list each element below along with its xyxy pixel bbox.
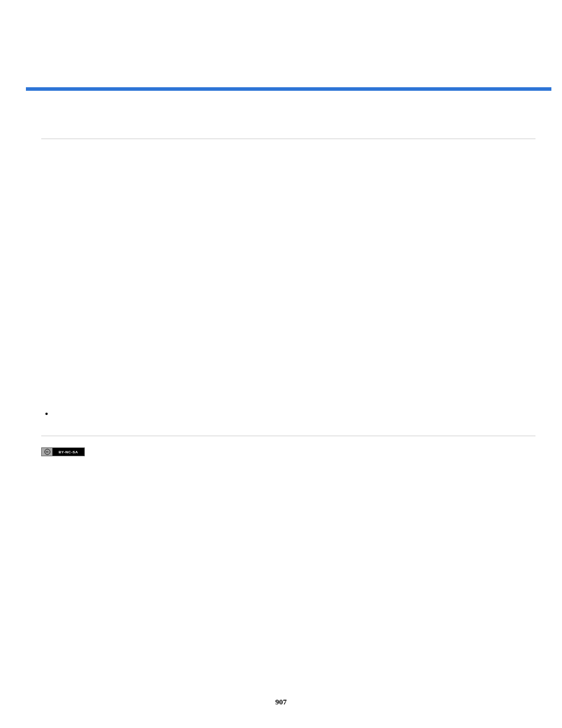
bullet-point xyxy=(45,413,48,415)
page-number: 907 xyxy=(0,697,562,707)
cc-license-badge: BY-NC-SA xyxy=(41,447,85,456)
section-divider-top xyxy=(41,139,535,139)
cc-logo-icon xyxy=(42,448,52,456)
cc-badge-text: BY-NC-SA xyxy=(52,448,84,456)
header-accent-bar xyxy=(26,87,551,91)
section-divider-bottom xyxy=(41,436,535,436)
